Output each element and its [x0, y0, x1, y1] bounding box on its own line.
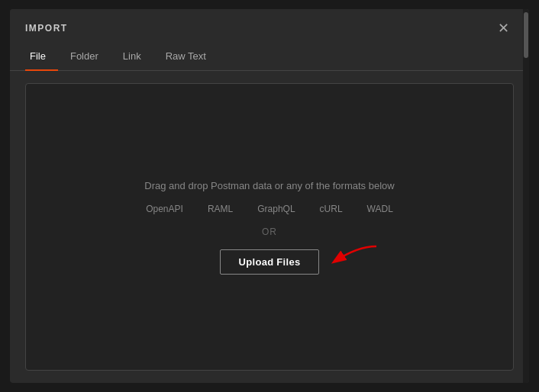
- format-curl: cURL: [320, 204, 343, 214]
- format-raml: RAML: [208, 204, 233, 214]
- modal-header: IMPORT ✕: [10, 9, 529, 37]
- tab-folder[interactable]: Folder: [58, 43, 111, 71]
- or-divider: OR: [262, 227, 277, 237]
- upload-wrapper: Upload Files: [220, 249, 320, 275]
- format-wadl: WADL: [367, 204, 393, 214]
- scrollbar[interactable]: [523, 9, 529, 383]
- tab-raw-text[interactable]: Raw Text: [153, 43, 218, 71]
- upload-files-button[interactable]: Upload Files: [220, 249, 320, 275]
- import-modal: IMPORT ✕ File Folder Link Raw Text Drag …: [10, 9, 529, 383]
- tab-file[interactable]: File: [25, 43, 58, 71]
- tab-link[interactable]: Link: [111, 43, 153, 71]
- arrow-annotation: [311, 243, 380, 281]
- modal-title: IMPORT: [25, 23, 68, 34]
- modal-body: Drag and drop Postman data or any of the…: [10, 71, 529, 383]
- formats-list: OpenAPI RAML GraphQL cURL WADL: [146, 204, 393, 214]
- format-openapi: OpenAPI: [146, 204, 183, 214]
- format-graphql: GraphQL: [257, 204, 295, 214]
- scrollbar-thumb: [524, 12, 528, 58]
- close-button[interactable]: ✕: [493, 20, 514, 37]
- drop-zone[interactable]: Drag and drop Postman data or any of the…: [25, 83, 514, 371]
- tab-bar: File Folder Link Raw Text: [10, 43, 529, 71]
- drag-drop-text: Drag and drop Postman data or any of the…: [144, 180, 394, 191]
